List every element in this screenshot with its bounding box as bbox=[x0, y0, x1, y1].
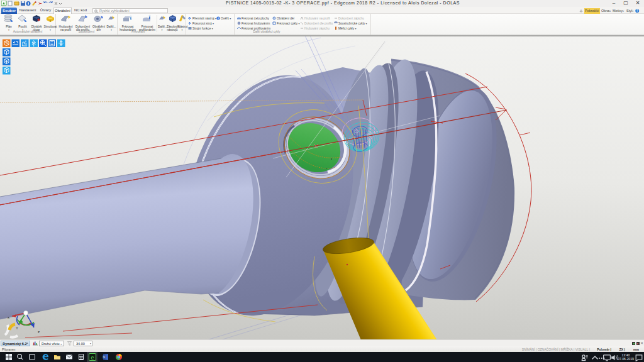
svg-text:Y: Y bbox=[16, 326, 18, 330]
svg-text:?: ? bbox=[636, 9, 638, 13]
svg-text:N: N bbox=[103, 356, 105, 359]
svg-text:x: x bbox=[8, 315, 9, 319]
svg-text:e: e bbox=[91, 354, 94, 361]
svg-text:z: z bbox=[38, 330, 40, 334]
